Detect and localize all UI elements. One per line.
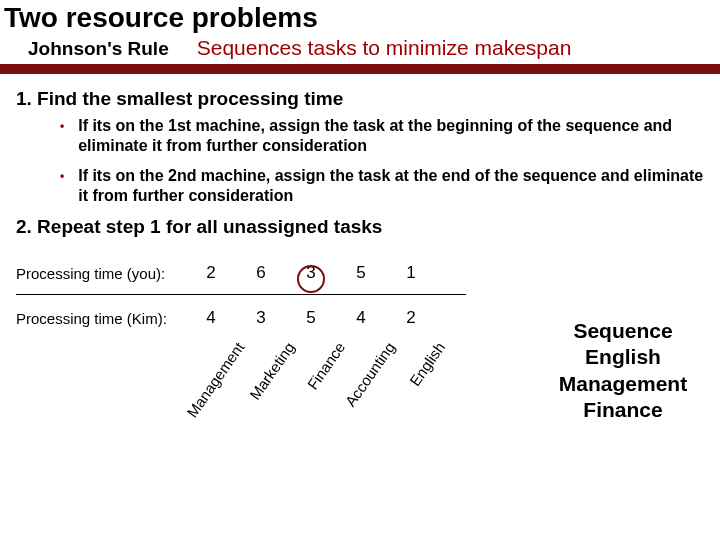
bullet-machine-2: • If its on the 2nd machine, assign the …: [60, 166, 706, 206]
slide-title: Two resource problems: [0, 0, 720, 34]
sequence-line-1: English: [548, 344, 698, 370]
rule-name: Johnson's Rule: [28, 38, 169, 60]
cell-kim-management: 4: [186, 308, 236, 328]
step-2: 2. Repeat step 1 for all unassigned task…: [16, 216, 706, 238]
sequence-result: Sequence English Management Finance: [548, 318, 698, 423]
step-1-bullets: • If its on the 1st machine, assign the …: [16, 116, 706, 206]
cell-kim-finance: 5: [286, 308, 336, 328]
table-row: Processing time (you): 2 6 3 5 1: [16, 256, 466, 290]
col-label-management: Management: [184, 339, 248, 420]
cell-kim-marketing: 3: [236, 308, 286, 328]
cell-you-finance: 3: [286, 263, 336, 283]
processing-time-table: Processing time (you): 2 6 3 5 1 Process…: [16, 256, 466, 459]
col-label-english: English: [406, 339, 448, 389]
cell-you-management: 2: [186, 263, 236, 283]
cell-you-english: 1: [386, 263, 436, 283]
bullet-machine-1: • If its on the 1st machine, assign the …: [60, 116, 706, 156]
col-label-marketing: Marketing: [246, 339, 298, 403]
col-label-accounting: Accounting: [341, 339, 397, 410]
bullet-dot-icon: •: [60, 116, 64, 156]
sequence-line-2: Management: [548, 371, 698, 397]
sequence-line-3: Finance: [548, 397, 698, 423]
divider-bar: [0, 64, 720, 74]
column-labels: Management Marketing Finance Accounting …: [16, 339, 466, 459]
cell-you-accounting: 5: [336, 263, 386, 283]
col-label-finance: Finance: [303, 339, 348, 392]
step-1: 1. Find the smallest processing time: [16, 88, 706, 110]
cell-you-marketing: 6: [236, 263, 286, 283]
bullet-2-text: If its on the 2nd machine, assign the ta…: [78, 166, 706, 206]
table-row: Processing time (Kim): 4 3 5 4 2: [16, 301, 466, 335]
table-divider: [16, 294, 466, 295]
subtitle-row: Johnson's Rule Sequences tasks to minimi…: [0, 34, 720, 64]
row-label-you: Processing time (you):: [16, 265, 186, 282]
cell-kim-english: 2: [386, 308, 436, 328]
row-label-kim: Processing time (Kim):: [16, 310, 186, 327]
rule-description: Sequences tasks to minimize makespan: [197, 36, 572, 60]
cell-value: 3: [306, 263, 315, 282]
sequence-title: Sequence: [548, 318, 698, 344]
bullet-1-text: If its on the 1st machine, assign the ta…: [78, 116, 706, 156]
bullet-dot-icon: •: [60, 166, 64, 206]
cell-kim-accounting: 4: [336, 308, 386, 328]
